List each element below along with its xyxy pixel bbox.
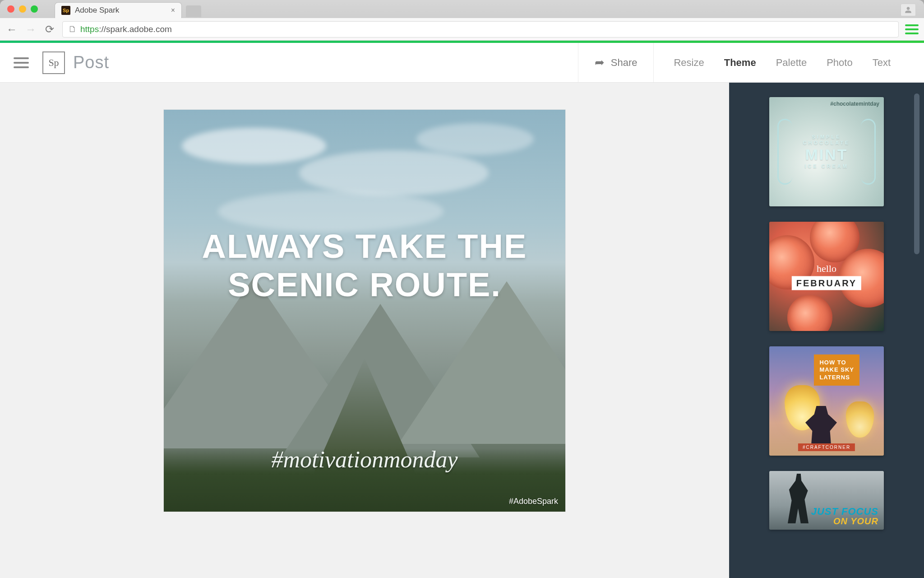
forward-button[interactable]: → <box>24 23 37 36</box>
tab-resize[interactable]: Resize <box>674 57 704 69</box>
tab-text[interactable]: Text <box>873 57 891 69</box>
theme-lantern-text: HOW TO MAKE SKY LATERNS <box>814 354 859 386</box>
theme-list: #chocolatemintday SIMPLE CHOCOLATE MINT … <box>751 97 902 530</box>
window-controls <box>7 5 38 13</box>
theme-mint-big: MINT <box>803 146 850 163</box>
canvas-hashtag[interactable]: #motivationmonday <box>164 446 565 473</box>
design-canvas[interactable]: ALWAYS TAKE THE SCENIC ROUTE. #motivatio… <box>164 110 565 512</box>
canvas-headline[interactable]: ALWAYS TAKE THE SCENIC ROUTE. <box>164 227 565 304</box>
url-rest: ://spark.adobe.com <box>99 24 172 34</box>
tab-theme[interactable]: Theme <box>724 57 756 69</box>
theme-mint-text: SIMPLE CHOCOLATE MINT ICE CREAM <box>803 134 850 169</box>
share-icon: ➦ <box>595 56 605 70</box>
theme-panel: #chocolatemintday SIMPLE CHOCOLATE MINT … <box>729 83 924 578</box>
headline-line2: SCENIC ROUTE. <box>228 266 501 303</box>
workspace: ALWAYS TAKE THE SCENIC ROUTE. #motivatio… <box>0 83 924 578</box>
url-bar[interactable]: 🗋 https://spark.adobe.com <box>62 21 899 37</box>
theme-mint-line2: CHOCOLATE <box>803 140 850 146</box>
browser-titlebar: Sp Adobe Spark × <box>0 0 924 18</box>
theme-card-focus[interactable]: JUST FOCUS ON YOUR <box>769 471 884 530</box>
theme-mint-line1: SIMPLE <box>803 134 850 140</box>
browser-tab[interactable]: Sp Adobe Spark × <box>55 3 181 18</box>
window-maximize-button[interactable] <box>31 5 38 13</box>
back-button[interactable]: ← <box>5 23 18 36</box>
focus-line2: ON YOUR <box>811 517 878 526</box>
canvas-mountains <box>164 270 565 512</box>
window-close-button[interactable] <box>7 5 14 13</box>
theme-lantern-badge: #CRAFTCORNER <box>798 443 855 451</box>
theme-card-mint[interactable]: #chocolatemintday SIMPLE CHOCOLATE MINT … <box>769 97 884 206</box>
share-label: Share <box>611 57 638 69</box>
window-minimize-button[interactable] <box>19 5 26 13</box>
reload-button[interactable]: ⟳ <box>43 23 56 36</box>
tab-photo[interactable]: Photo <box>827 57 853 69</box>
focus-line1: JUST FOCUS <box>811 506 878 517</box>
browser-toolbar: ← → ⟳ 🗋 https://spark.adobe.com <box>0 18 924 41</box>
headline-line1: ALWAYS TAKE THE <box>202 228 527 265</box>
lantern-line3: LATERNS <box>819 374 850 381</box>
menu-icon[interactable] <box>14 57 29 68</box>
lantern-icon <box>846 401 874 438</box>
theme-feb-hello: hello <box>792 263 861 275</box>
share-button[interactable]: ➦ Share <box>578 43 654 82</box>
tab-close-icon[interactable]: × <box>171 6 175 14</box>
tab-favicon: Sp <box>61 6 70 15</box>
laurel-icon: SIMPLE CHOCOLATE MINT ICE CREAM <box>777 105 876 198</box>
canvas-area: ALWAYS TAKE THE SCENIC ROUTE. #motivatio… <box>0 83 729 578</box>
app-header: Sp Post ➦ Share Resize Theme Palette Pho… <box>0 43 924 83</box>
app-section-title: Post <box>73 53 109 72</box>
theme-card-february[interactable]: hello FEBRUARY <box>769 222 884 331</box>
tab-palette[interactable]: Palette <box>776 57 807 69</box>
theme-feb-text: hello FEBRUARY <box>792 263 861 290</box>
chrome-profile-button[interactable] <box>901 4 916 16</box>
theme-card-lanterns[interactable]: HOW TO MAKE SKY LATERNS #CRAFTCORNER <box>769 346 884 456</box>
lantern-line2: MAKE SKY <box>819 366 854 373</box>
lantern-line1: HOW TO <box>819 359 846 366</box>
chrome-menu-icon[interactable] <box>905 24 919 34</box>
spark-logo[interactable]: Sp <box>42 51 65 74</box>
app: Sp Post ➦ Share Resize Theme Palette Pho… <box>0 43 924 578</box>
theme-feb-month: FEBRUARY <box>792 276 861 290</box>
theme-focus-text: JUST FOCUS ON YOUR <box>811 506 878 526</box>
theme-mint-line3: ICE CREAM <box>803 163 850 169</box>
url-lock-icon: 🗋 <box>68 24 77 34</box>
editor-tabs: Resize Theme Palette Photo Text <box>654 43 910 82</box>
url-scheme: https <box>80 24 99 34</box>
new-tab-button[interactable] <box>186 5 201 17</box>
runner-silhouette-icon <box>782 474 814 523</box>
panel-scrollbar[interactable] <box>914 93 919 254</box>
canvas-watermark: #AdobeSpark <box>509 497 558 506</box>
tab-title: Adobe Spark <box>75 6 119 15</box>
